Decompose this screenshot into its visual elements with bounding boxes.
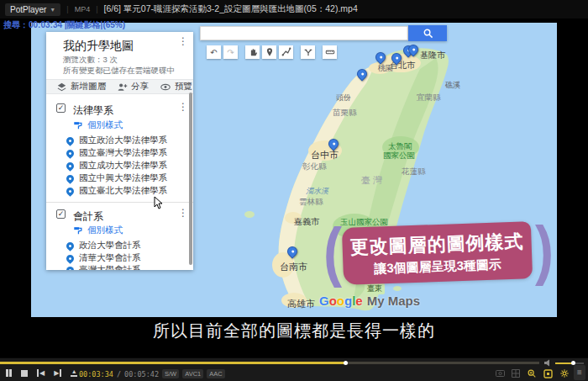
titlebar: PotPlayer ▼ | MP4 | [6/6] 單元07-職涯探索活動3-2… [0,0,588,19]
map-label: 彰化縣 [302,161,327,172]
layer-checkbox[interactable]: ✓ [56,209,66,219]
share-label: 分享 [131,81,149,93]
mouse-cursor [154,196,164,209]
redo-icon: ↷ [227,48,234,57]
list-item[interactable]: 國立臺灣大學法律學系 [66,147,167,159]
time-display: 00:03:34 / 00:05:42 S/W AVC1 AAC [79,369,225,378]
grid-mode-icon[interactable] [512,369,520,378]
open-file-button[interactable]: ▲ [71,369,77,377]
callout-paren-close: ) [535,216,554,283]
mymaps-label: My Maps [367,294,420,308]
layer-header-law: ✓ 法律學系 ⋮ [46,103,193,116]
map-label: 台中市 [311,149,339,161]
audio-codec-badge: AAC [207,369,224,378]
hand-icon [248,47,258,57]
list-item[interactable]: 國立成功大學法律學系 [66,160,167,172]
preview-button[interactable]: 預覽 [160,81,192,93]
map-pin-icon [65,253,76,264]
window-title: [6/6] 單元07-職涯探索活動3-2_設定圖層與匯出地圖(05：42).mp… [104,3,358,15]
video-subtitle: 所以目前全部的圖標都是長得一樣的 [0,320,588,342]
list-item[interactable]: 清華大學會計系 [66,252,141,264]
seekbar[interactable] [0,362,539,364]
layer-name[interactable]: 會計系 [73,209,103,224]
map-title[interactable]: 我的升學地圖 [63,39,134,54]
divider: | [96,5,97,13]
layers-panel: 我的升學地圖 ⋮ 瀏覽次數：3 次 所有變更都已儲存在雲端硬碟中 新增圖層 分享… [46,32,193,270]
redo-button[interactable]: ↷ [223,45,238,59]
total-time: 00:05:42 [124,370,159,378]
pan-tool-button[interactable] [245,45,260,59]
video-codec-badge: AVC1 [182,369,203,378]
kebab-menu-icon[interactable]: ⋮ [178,103,188,111]
individual-styles-link[interactable]: 個別樣式 [73,119,123,131]
stop-button[interactable] [21,370,28,377]
person-add-icon [117,82,128,93]
layer-header-accounting: ✓ 會計系 ⋮ [46,209,193,222]
directions-tool-button[interactable] [301,45,315,59]
eject-icon: ▲ [71,369,77,374]
capture-icon[interactable] [496,369,505,378]
layer-name[interactable]: 法律學系 [73,103,113,118]
map-label: 基隆市 [420,50,445,61]
map-label: 礁溪 [445,80,460,91]
map-pin-icon [265,47,275,57]
map-label: 濁水溪 [306,186,328,197]
app-menu-button[interactable]: PotPlayer ▼ [5,3,60,16]
undo-icon: ↶ [210,48,217,57]
list-item[interactable]: 政治大學會計系 [66,240,141,251]
hamburger-icon: ≡ [577,368,582,377]
previous-button[interactable]: ◀ [37,369,45,377]
seekbar-thumb[interactable] [344,361,348,365]
list-item[interactable]: 國立政治大學法律學系 [66,135,167,146]
measure-tool-button[interactable] [323,45,337,59]
map-label: 高雄市 [287,298,315,310]
undo-button[interactable]: ↶ [207,45,221,59]
layer-checkbox[interactable]: ✓ [56,103,66,113]
pause-button[interactable] [6,369,12,377]
map-search-button[interactable] [408,25,447,41]
map-label: 宜蘭縣 [417,93,441,103]
preview-label: 預覽 [175,81,192,93]
callout-line1: 更改圖層的圖例樣式 [349,229,524,260]
individual-styles-link[interactable]: 個別樣式 [73,225,123,236]
map-label: 嘉義市 [294,216,319,228]
kebab-menu-icon[interactable]: ⋮ [178,209,188,217]
saved-status: 所有變更都已儲存在雲端硬碟中 [63,66,175,77]
map-pin-icon [65,265,76,270]
decoder-badge: S/W [162,369,179,378]
zoom-tool-icon[interactable] [527,368,537,378]
share-button[interactable]: 分享 [117,81,149,93]
callout-line2: 讓3個圖層呈現3種圖示 [374,257,501,277]
right-control-icons [496,368,570,378]
map-label: 台南市 [280,261,307,273]
playlist-toggle-button[interactable]: ≡ [574,365,585,380]
map-label: 國家公園 [383,151,415,161]
volume-track[interactable] [555,362,584,364]
map-pin-icon [65,161,76,172]
add-layer-button[interactable]: 新增圖層 [56,81,106,93]
search-icon [423,28,433,39]
map-pin-icon [65,241,76,251]
map-label: 頭份 [336,93,351,103]
player-control-bar: ◀ ▶ ▲ 00:03:34 / 00:05:42 S/W AVC1 AAC ≡ [0,357,588,381]
volume-thumb[interactable] [571,361,575,365]
map-pin-icon [65,173,76,184]
list-item[interactable]: 國立中興大學法律學系 [66,172,167,184]
divider: | [66,5,68,13]
list-item[interactable]: 國立臺北大學法律學系 [66,185,167,197]
settings-gear-icon[interactable] [559,368,570,378]
map-draw-toolbar: ↶ ↷ [207,45,337,59]
map-pin-icon [65,148,76,159]
next-icon: ▶ [54,369,59,377]
map-pin-icon [65,186,76,197]
frame-button-icon[interactable] [543,369,553,378]
chevron-down-icon: ▼ [50,7,55,13]
list-item[interactable]: 臺灣大學會計系 [66,264,141,270]
next-button[interactable]: ▶ [54,369,61,377]
map-search-input[interactable] [200,26,408,40]
map-label: 臺灣 [361,174,385,187]
add-marker-tool-button[interactable] [262,45,276,59]
kebab-menu-icon[interactable]: ⋮ [178,37,188,45]
panel-scrollbar[interactable] [189,93,192,265]
draw-line-tool-button[interactable] [279,45,293,59]
